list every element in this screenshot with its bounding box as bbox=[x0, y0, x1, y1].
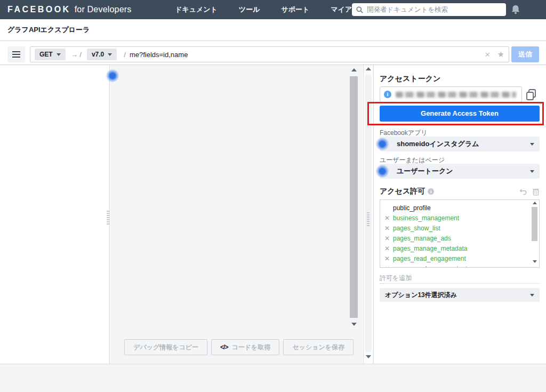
request-arrow-prefix: → / bbox=[71, 51, 82, 59]
add-permission-underline bbox=[380, 283, 540, 284]
canvas-scrollbar[interactable] bbox=[350, 66, 358, 330]
permissions-heading-text: アクセス許可 bbox=[380, 187, 425, 195]
request-bar: GET → / v7.0 / me?fields=id,name ✕ ★ 送信 bbox=[0, 41, 546, 65]
scrollbar-thumb[interactable] bbox=[350, 76, 358, 318]
canvas-footer-button-label: コードを取得 bbox=[231, 343, 270, 352]
chevron-down-icon bbox=[530, 170, 534, 173]
chevron-down-icon bbox=[108, 53, 112, 56]
generate-access-token-button[interactable]: Generate Access Token bbox=[380, 106, 540, 122]
undo-icon[interactable] bbox=[519, 188, 527, 196]
canvas-footer-button[interactable]: デバッグ情報をコピー bbox=[124, 339, 207, 355]
clear-path-icon[interactable]: ✕ bbox=[485, 51, 491, 59]
permission-name: pages_read_user_content bbox=[393, 265, 467, 268]
panel-resize-handle[interactable] bbox=[107, 211, 109, 225]
permission-name: pages_read_engagement bbox=[393, 255, 466, 262]
logo-suffix-text: for Developers bbox=[75, 5, 132, 14]
permission-row: ✕ pages_manage_ads bbox=[384, 233, 528, 243]
trash-icon[interactable] bbox=[532, 188, 540, 196]
remove-permission-icon[interactable]: ✕ bbox=[384, 255, 390, 262]
logo-facebook-text: FACEBOOK bbox=[7, 5, 71, 14]
remove-permission-icon[interactable]: ✕ bbox=[384, 225, 390, 232]
user-token-value: ユーザートークン bbox=[397, 166, 530, 176]
copy-token-button[interactable] bbox=[525, 88, 537, 101]
info-icon[interactable]: i bbox=[384, 91, 391, 98]
permission-name: pages_manage_metadata bbox=[393, 245, 467, 252]
chevron-down-icon bbox=[530, 143, 534, 146]
facebook-app-dropdown[interactable]: shomeidoインスタグラム bbox=[380, 137, 540, 151]
top-navbar: FACEBOOK for Developers ドキュメント ツール サポート … bbox=[0, 0, 546, 19]
access-token-heading: アクセストークン bbox=[380, 74, 440, 84]
request-url-box[interactable]: GET → / v7.0 / me?fields=id,name ✕ ★ bbox=[30, 46, 509, 62]
graph-api-explorer-page: FACEBOOK for Developers ドキュメント ツール サポート … bbox=[0, 0, 546, 392]
permissions-list-box: ✕ public_profile ✕ business_management ✕… bbox=[380, 199, 540, 268]
add-permission-input[interactable]: 許可を追加 bbox=[380, 274, 412, 283]
permissions-actions bbox=[519, 188, 540, 196]
path-separator: / bbox=[124, 51, 126, 59]
chevron-down-icon bbox=[57, 53, 61, 56]
permission-row: ✕ public_profile bbox=[384, 203, 528, 213]
nav-item[interactable]: ドキュメント bbox=[175, 5, 218, 14]
blurred-avatar bbox=[106, 69, 119, 83]
permissions-scrollbar[interactable] bbox=[531, 201, 539, 267]
tool-subheader: グラフAPIエクスプローラ bbox=[0, 19, 546, 41]
permission-row: ✕ business_management bbox=[384, 213, 528, 223]
copy-icon bbox=[525, 88, 537, 101]
scroll-down-icon[interactable] bbox=[351, 323, 357, 326]
http-method-dropdown[interactable]: GET bbox=[35, 49, 66, 60]
permission-row: ✕ pages_read_user_content bbox=[384, 263, 528, 268]
page-title: グラフAPIエクスプローラ bbox=[7, 19, 90, 41]
notifications-button[interactable] bbox=[510, 4, 523, 15]
scroll-down-icon[interactable] bbox=[366, 355, 371, 358]
scroll-up-icon[interactable] bbox=[366, 67, 371, 70]
facebook-developers-logo[interactable]: FACEBOOK for Developers bbox=[7, 0, 132, 19]
scroll-up-icon[interactable] bbox=[533, 202, 537, 204]
api-version-value: v7.0 bbox=[92, 51, 104, 58]
http-method-value: GET bbox=[39, 51, 53, 58]
hamburger-menu-button[interactable] bbox=[7, 46, 25, 62]
search-icon bbox=[356, 6, 363, 13]
canvas-footer-button-label: デバッグ情報をコピー bbox=[133, 343, 198, 352]
remove-permission-icon[interactable]: ✕ bbox=[384, 235, 390, 242]
permission-name: public_profile bbox=[393, 204, 431, 212]
canvas-footer-button[interactable]: セッションを保存 bbox=[283, 339, 354, 355]
blurred-token-value bbox=[396, 92, 516, 98]
info-icon[interactable]: i bbox=[428, 188, 434, 195]
search-placeholder: 開発者ドキュメントを検索 bbox=[367, 5, 448, 14]
nav-item[interactable]: サポート bbox=[281, 5, 309, 14]
remove-permission-icon[interactable]: ✕ bbox=[384, 265, 390, 268]
user-token-dropdown[interactable]: ユーザートークン bbox=[380, 164, 540, 179]
canvas-footer-button[interactable]: </> コードを取得 bbox=[211, 339, 279, 355]
main-nav: ドキュメント ツール サポート マイアプリ bbox=[175, 0, 366, 19]
canvas-footer-button-label: セッションを保存 bbox=[292, 343, 344, 352]
remove-permission-icon[interactable]: ✕ bbox=[384, 245, 390, 252]
permission-row: ✕ pages_manage_metadata bbox=[384, 243, 528, 253]
permission-name: pages_show_list bbox=[393, 225, 440, 232]
permission-name: business_management bbox=[393, 214, 459, 222]
permissions-heading: アクセス許可i bbox=[380, 187, 434, 196]
panel-resize-handle[interactable] bbox=[367, 212, 370, 226]
nav-item[interactable]: ツール bbox=[239, 5, 260, 14]
fields-sidebar-panel bbox=[0, 65, 110, 364]
page-footer-strip bbox=[0, 364, 546, 392]
doc-search-input[interactable]: 開発者ドキュメントを検索 bbox=[352, 3, 506, 16]
canvas-footer-buttons: デバッグ情報をコピー </> コードを取得 セッションを保存 bbox=[110, 339, 354, 355]
scroll-up-icon[interactable] bbox=[351, 68, 357, 71]
options-dropdown[interactable]: オプション13件選択済み bbox=[380, 288, 540, 302]
favorite-star-icon[interactable]: ★ bbox=[497, 50, 504, 59]
api-version-dropdown[interactable]: v7.0 bbox=[87, 49, 117, 60]
permission-row: ✕ pages_show_list bbox=[384, 223, 528, 233]
request-path-input[interactable]: me?fields=id,name bbox=[130, 51, 188, 59]
permission-name: pages_manage_ads bbox=[393, 235, 451, 242]
remove-permission-icon[interactable]: ✕ bbox=[384, 214, 390, 222]
permission-row: ✕ pages_read_engagement bbox=[384, 253, 528, 263]
chevron-down-icon bbox=[530, 294, 534, 297]
access-token-field[interactable]: i bbox=[380, 86, 522, 102]
bell-icon bbox=[510, 4, 521, 15]
response-canvas bbox=[110, 65, 363, 364]
scroll-down-icon[interactable] bbox=[533, 260, 537, 263]
scrollbar-thumb[interactable] bbox=[532, 207, 537, 241]
blurred-app-icon bbox=[375, 137, 389, 151]
blurred-user-icon bbox=[375, 164, 389, 178]
code-icon: </> bbox=[220, 343, 228, 351]
submit-button[interactable]: 送信 bbox=[511, 46, 539, 62]
